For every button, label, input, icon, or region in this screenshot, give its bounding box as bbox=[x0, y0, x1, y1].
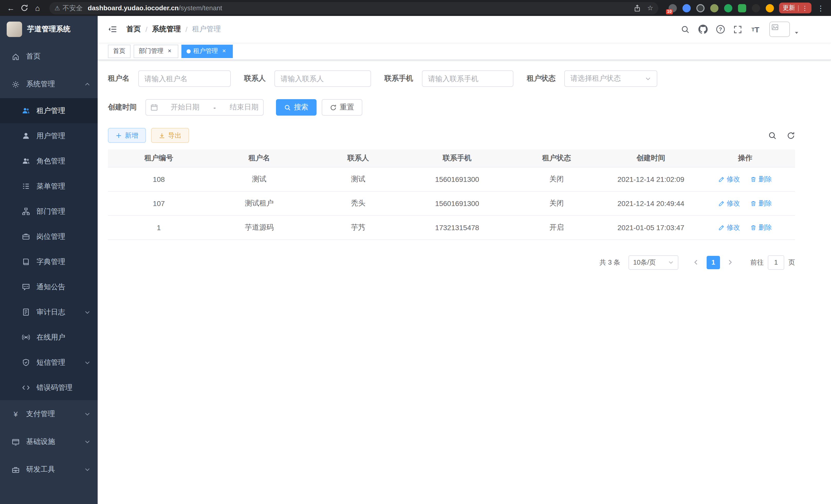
org-tree-icon bbox=[22, 207, 30, 216]
sidebar-item-infra[interactable]: 基础设施 bbox=[0, 428, 98, 456]
sidebar-item-label: 菜单管理 bbox=[36, 182, 65, 191]
table-row: 108 测试 测试 15601691300 关闭 2021-12-14 21:0… bbox=[108, 167, 795, 191]
sidebar-item-notice[interactable]: 通知公告 bbox=[0, 274, 98, 299]
tag-label: 租户管理 bbox=[193, 47, 218, 56]
avatar-caret-icon[interactable] bbox=[794, 30, 799, 35]
extension-icon[interactable] bbox=[738, 4, 746, 12]
extension-icon[interactable] bbox=[683, 4, 691, 12]
sidebar-item-menu[interactable]: 菜单管理 bbox=[0, 174, 98, 199]
field-label: 创建时间 bbox=[108, 103, 137, 112]
delete-button[interactable]: 删除 bbox=[750, 223, 772, 232]
extension-icon[interactable] bbox=[696, 4, 705, 12]
sidebar-item-tenant[interactable]: 租户管理 bbox=[0, 98, 98, 123]
cell-name: 测试租户 bbox=[210, 191, 309, 215]
sidebar-item-label: 短信管理 bbox=[36, 358, 65, 367]
sidebar-item-error-code[interactable]: 错误码管理 bbox=[0, 375, 98, 400]
divider bbox=[798, 5, 799, 11]
filter-row-1: 租户名 联系人 联系手机 bbox=[108, 70, 795, 87]
breadcrumb-current: 租户管理 bbox=[192, 25, 221, 34]
date-start-placeholder: 开始日期 bbox=[171, 103, 199, 112]
sidebar-toggle-icon[interactable] bbox=[107, 24, 118, 34]
next-page-button[interactable] bbox=[724, 256, 737, 269]
export-button[interactable]: 导出 bbox=[151, 128, 189, 143]
delete-button[interactable]: 删除 bbox=[750, 174, 772, 184]
not-secure-label: 不安全 bbox=[63, 3, 83, 12]
bookmark-star-icon[interactable]: ☆ bbox=[647, 4, 653, 12]
sidebar-item-system[interactable]: 系统管理 bbox=[0, 70, 98, 98]
tenant-name-input[interactable] bbox=[144, 75, 225, 83]
reset-button[interactable]: 重置 bbox=[322, 99, 362, 116]
close-icon[interactable]: × bbox=[166, 48, 173, 55]
cell-created: 2021-01-05 17:03:47 bbox=[606, 215, 695, 239]
sidebar-item-label: 在线用户 bbox=[36, 333, 65, 342]
filter-tenant-name: 租户名 bbox=[108, 70, 231, 87]
delete-button[interactable]: 删除 bbox=[750, 199, 772, 208]
sidebar-item-dict[interactable]: 字典管理 bbox=[0, 249, 98, 274]
fullscreen-icon[interactable] bbox=[729, 21, 747, 38]
refresh-icon bbox=[330, 104, 337, 111]
extension-icon[interactable] bbox=[724, 4, 732, 12]
browser-back-icon[interactable]: ← bbox=[4, 2, 18, 14]
breadcrumb-home[interactable]: 首页 bbox=[126, 25, 141, 34]
url-host: dashboard.yudao.iocoder.cn bbox=[88, 4, 179, 12]
sidebar-logo[interactable]: 芋道管理系统 bbox=[0, 16, 98, 42]
github-icon[interactable] bbox=[694, 21, 712, 38]
sidebar-item-label: 支付管理 bbox=[26, 410, 55, 419]
browser-home-icon[interactable]: ⌂ bbox=[31, 2, 44, 14]
contact-input[interactable] bbox=[281, 75, 365, 83]
sidebar-item-dept[interactable]: 部门管理 bbox=[0, 199, 98, 224]
search-icon[interactable] bbox=[677, 21, 694, 38]
address-bar[interactable]: ⚠ 不安全 dashboard.yudao.iocoder.cn /system… bbox=[49, 2, 658, 14]
browser-reload-icon[interactable] bbox=[18, 2, 31, 14]
sidebar-item-post[interactable]: 岗位管理 bbox=[0, 224, 98, 249]
page-number-current[interactable]: 1 bbox=[707, 256, 720, 269]
chevron-down-icon bbox=[84, 359, 90, 365]
cell-id: 107 bbox=[108, 191, 210, 215]
page-size-select[interactable]: 10条/页 bbox=[629, 255, 678, 269]
table-refresh-icon[interactable] bbox=[787, 131, 795, 140]
tag-dept[interactable]: 部门管理 × bbox=[134, 45, 178, 58]
sidebar-item-devtools[interactable]: 研发工具 bbox=[0, 456, 98, 483]
sidebar-item-label: 角色管理 bbox=[36, 156, 65, 166]
sidebar-item-payment[interactable]: ¥ 支付管理 bbox=[0, 400, 98, 428]
date-end-placeholder: 结束日期 bbox=[230, 103, 258, 112]
sidebar-item-online-user[interactable]: 在线用户 bbox=[0, 325, 98, 350]
sidebar-item-sms[interactable]: 短信管理 bbox=[0, 350, 98, 375]
pencil-icon bbox=[718, 176, 725, 182]
phone-input[interactable] bbox=[428, 75, 507, 83]
notice-icon bbox=[22, 283, 30, 291]
extension-icon[interactable] bbox=[766, 4, 774, 12]
column-header: 联系人 bbox=[309, 149, 407, 167]
search-icon bbox=[284, 104, 291, 111]
tag-home[interactable]: 首页 bbox=[108, 45, 131, 58]
edit-button[interactable]: 修改 bbox=[718, 199, 740, 208]
date-range-picker[interactable]: 开始日期 - 结束日期 bbox=[145, 99, 264, 116]
help-icon[interactable]: ? bbox=[712, 21, 729, 38]
extension-icon[interactable] bbox=[710, 4, 718, 12]
browser-update-button[interactable]: 更新 ⋮ bbox=[779, 3, 811, 13]
search-button[interactable]: 搜索 bbox=[276, 99, 317, 116]
browser-menu-icon[interactable]: ⋮ bbox=[815, 4, 826, 12]
sidebar-submenu-system: 租户管理 用户管理 角色管理 bbox=[0, 98, 98, 400]
status-select[interactable]: 请选择租户状态 bbox=[564, 70, 657, 87]
font-size-icon[interactable]: TT bbox=[747, 21, 764, 38]
sidebar-item-audit-log[interactable]: 审计日志 bbox=[0, 299, 98, 325]
cell-phone: 17321315478 bbox=[407, 215, 507, 239]
goto-page-input[interactable] bbox=[768, 255, 784, 269]
sidebar-item-home[interactable]: 首页 bbox=[0, 42, 98, 70]
add-button[interactable]: 新增 bbox=[108, 128, 146, 143]
edit-button[interactable]: 修改 bbox=[718, 174, 740, 184]
edit-button[interactable]: 修改 bbox=[718, 223, 740, 232]
share-icon[interactable] bbox=[634, 4, 641, 11]
breadcrumb-system[interactable]: 系统管理 bbox=[152, 25, 181, 34]
table-search-toggle-icon[interactable] bbox=[768, 131, 776, 140]
tag-tenant[interactable]: 租户管理 × bbox=[181, 45, 233, 58]
prev-page-button[interactable] bbox=[690, 256, 703, 269]
extension-icon[interactable] bbox=[752, 4, 760, 12]
close-icon[interactable]: × bbox=[221, 48, 228, 55]
avatar[interactable] bbox=[769, 22, 790, 37]
sidebar-item-label: 用户管理 bbox=[36, 131, 65, 141]
sidebar-item-role[interactable]: 角色管理 bbox=[0, 148, 98, 174]
sidebar-item-user[interactable]: 用户管理 bbox=[0, 123, 98, 148]
extension-icon[interactable]: 10 bbox=[668, 4, 677, 12]
